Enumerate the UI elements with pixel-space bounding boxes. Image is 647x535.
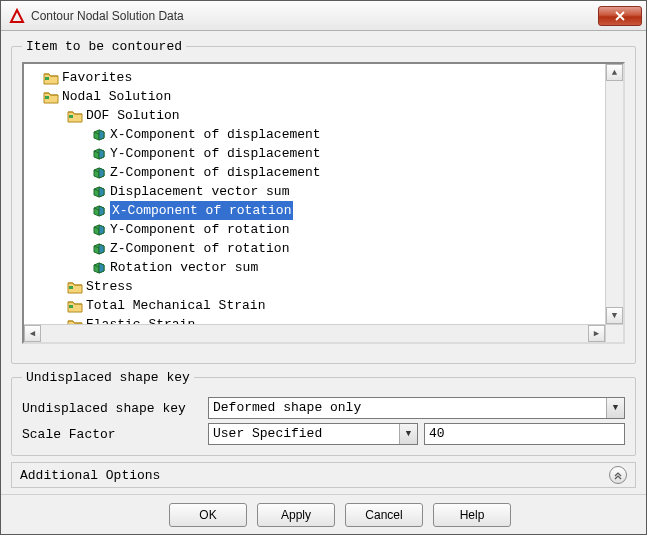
folder-icon (66, 298, 84, 314)
shape-key-value: Deformed shape only (209, 398, 606, 418)
scroll-right-button[interactable]: ▶ (588, 325, 605, 342)
tree-item-label: Z-Component of displacement (110, 163, 321, 182)
shape-key-combo[interactable]: Deformed shape only ▼ (208, 397, 625, 419)
title-bar: Contour Nodal Solution Data (1, 1, 646, 31)
folder-icon (66, 317, 84, 325)
tree-item[interactable]: Stress (28, 277, 605, 296)
tree-item[interactable]: Rotation vector sum (28, 258, 605, 277)
expand-button[interactable] (609, 466, 627, 484)
cube-icon (90, 222, 108, 238)
scale-factor-input[interactable]: 40 (424, 423, 625, 445)
folder-open-icon (42, 89, 60, 105)
shape-key-row: Undisplaced shape key Deformed shape onl… (22, 397, 625, 419)
tree-container: FavoritesNodal SolutionDOF SolutionX-Com… (22, 62, 625, 344)
tree-item-label: Rotation vector sum (110, 258, 258, 277)
scroll-corner (605, 324, 623, 342)
svg-rect-1 (45, 96, 49, 99)
shape-legend: Undisplaced shape key (22, 370, 194, 385)
tree-item[interactable]: Elastic Strain (28, 315, 605, 324)
tree-item-label: Y-Component of rotation (110, 220, 289, 239)
tree-item-label: Total Mechanical Strain (86, 296, 265, 315)
shape-group: Undisplaced shape key Undisplaced shape … (11, 370, 636, 456)
tree-item[interactable]: X-Component of rotation (28, 201, 605, 220)
horizontal-scrollbar[interactable]: ◀ ▶ (24, 324, 605, 342)
vertical-scrollbar[interactable]: ▲ ▼ (605, 64, 623, 324)
additional-options-bar[interactable]: Additional Options (11, 462, 636, 488)
folder-icon (66, 279, 84, 295)
tree-item[interactable]: Z-Component of displacement (28, 163, 605, 182)
svg-rect-3 (69, 286, 73, 289)
apply-button[interactable]: Apply (257, 503, 335, 527)
scroll-up-button[interactable]: ▲ (606, 64, 623, 81)
tree-item-label: Stress (86, 277, 133, 296)
tree-item[interactable]: Y-Component of displacement (28, 144, 605, 163)
window-title: Contour Nodal Solution Data (31, 9, 598, 23)
svg-rect-4 (69, 305, 73, 308)
tree-item-label: Favorites (62, 68, 132, 87)
scroll-down-button[interactable]: ▼ (606, 307, 623, 324)
chevron-down-icon[interactable]: ▼ (606, 398, 624, 418)
tree-item[interactable]: Favorites (28, 68, 605, 87)
tree-item-label: Y-Component of displacement (110, 144, 321, 163)
scroll-track[interactable] (41, 325, 588, 342)
cancel-button[interactable]: Cancel (345, 503, 423, 527)
cube-icon (90, 241, 108, 257)
scale-factor-row: Scale Factor User Specified ▼ 40 (22, 423, 625, 445)
tree-item[interactable]: Total Mechanical Strain (28, 296, 605, 315)
tree-item[interactable]: Displacement vector sum (28, 182, 605, 201)
tree-item-label: Z-Component of rotation (110, 239, 289, 258)
scroll-track[interactable] (606, 81, 623, 307)
tree-item-label: X-Component of rotation (110, 201, 293, 220)
tree-item-label: Elastic Strain (86, 315, 195, 324)
dialog-window: Contour Nodal Solution Data Item to be c… (0, 0, 647, 535)
tree-item[interactable]: Z-Component of rotation (28, 239, 605, 258)
tree-item-label: X-Component of displacement (110, 125, 321, 144)
app-icon (9, 8, 25, 24)
shape-key-label: Undisplaced shape key (22, 401, 202, 416)
scroll-left-button[interactable]: ◀ (24, 325, 41, 342)
scale-factor-value: User Specified (209, 424, 399, 444)
cube-icon (90, 203, 108, 219)
tree-item-label: Nodal Solution (62, 87, 171, 106)
tree-legend: Item to be contoured (22, 39, 186, 54)
tree-item[interactable]: Y-Component of rotation (28, 220, 605, 239)
cube-icon (90, 127, 108, 143)
dialog-content: Item to be contoured FavoritesNodal Solu… (1, 31, 646, 494)
tree-item[interactable]: X-Component of displacement (28, 125, 605, 144)
tree-view[interactable]: FavoritesNodal SolutionDOF SolutionX-Com… (24, 64, 605, 324)
tree-item[interactable]: Nodal Solution (28, 87, 605, 106)
cube-icon (90, 146, 108, 162)
tree-item[interactable]: DOF Solution (28, 106, 605, 125)
folder-icon (42, 70, 60, 86)
ok-button[interactable]: OK (169, 503, 247, 527)
button-bar: OK Apply Cancel Help (1, 494, 646, 534)
scale-factor-combo[interactable]: User Specified ▼ (208, 423, 418, 445)
cube-icon (90, 184, 108, 200)
tree-item-label: DOF Solution (86, 106, 180, 125)
svg-rect-0 (45, 77, 49, 80)
scale-factor-label: Scale Factor (22, 427, 202, 442)
tree-group: Item to be contoured FavoritesNodal Solu… (11, 39, 636, 364)
folder-open-icon (66, 108, 84, 124)
tree-item-label: Displacement vector sum (110, 182, 289, 201)
cube-icon (90, 260, 108, 276)
svg-rect-2 (69, 115, 73, 118)
help-button[interactable]: Help (433, 503, 511, 527)
cube-icon (90, 165, 108, 181)
close-button[interactable] (598, 6, 642, 26)
chevron-down-icon[interactable]: ▼ (399, 424, 417, 444)
additional-options-label: Additional Options (20, 468, 160, 483)
